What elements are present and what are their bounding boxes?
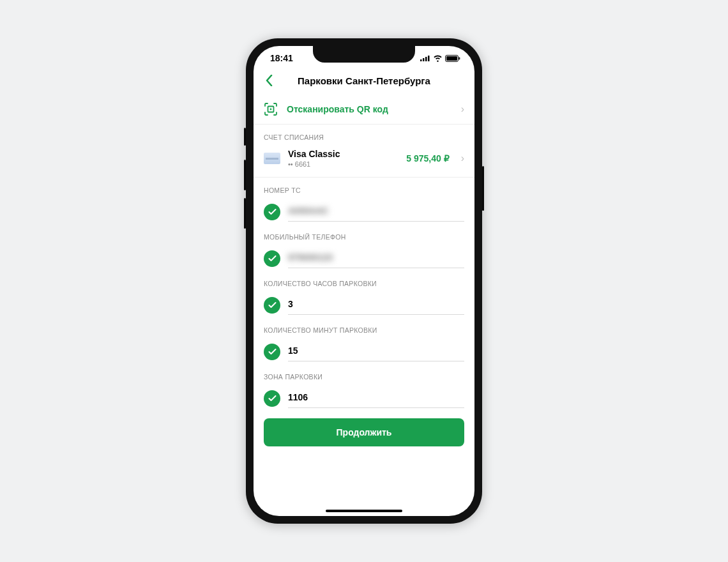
minutes-field[interactable]: 15 [254, 338, 474, 364]
chevron-right-icon: › [461, 103, 464, 115]
side-button [482, 166, 484, 211]
check-icon [264, 390, 280, 407]
hours-field[interactable]: 3 [254, 291, 474, 317]
nav-header: Парковки Санкт-Петербурга [254, 70, 474, 95]
hours-value: 3 [288, 295, 464, 315]
svg-point-8 [270, 109, 272, 110]
svg-rect-6 [459, 57, 460, 59]
vehicle-value: А000ААС [288, 202, 464, 222]
side-button [244, 128, 246, 146]
zone-value: 1106 [288, 388, 464, 408]
phone-label: МОБИЛЬНЫЙ ТЕЛЕФОН [254, 224, 474, 245]
notch [313, 46, 415, 63]
account-section-label: СЧЕТ СПИСАНИЯ [254, 125, 474, 145]
phone-field[interactable]: 979000123 [254, 245, 474, 271]
account-info: Visa Classic •• 6661 [288, 149, 398, 168]
check-icon [264, 344, 280, 360]
side-button [244, 160, 246, 190]
zone-label: ЗОНА ПАРКОВКИ [254, 364, 474, 384]
content: Отсканировать QR код › СЧЕТ СПИСАНИЯ Vis… [254, 95, 474, 516]
check-icon [264, 250, 280, 267]
scan-qr-label: Отсканировать QR код [287, 104, 448, 114]
status-indicators [420, 55, 460, 62]
account-name: Visa Classic [288, 149, 398, 159]
phone-value: 979000123 [288, 248, 464, 268]
qr-scan-icon [264, 102, 278, 116]
account-mask: •• 6661 [288, 160, 398, 168]
check-icon [264, 204, 280, 220]
page-title: Парковки Санкт-Петербурга [261, 75, 467, 86]
minutes-value: 15 [288, 342, 464, 361]
phone-frame: 18:41 Парковки Санкт-Петербурга Отсканир… [246, 38, 482, 524]
vehicle-field[interactable]: А000ААС [254, 198, 474, 224]
account-amount: 5 975,40 ₽ [406, 153, 449, 163]
wifi-icon [433, 55, 443, 62]
svg-rect-0 [420, 59, 422, 61]
battery-icon [445, 55, 460, 62]
minutes-label: КОЛИЧЕСТВО МИНУТ ПАРКОВКИ [254, 317, 474, 338]
check-icon [264, 297, 280, 314]
signal-icon [420, 55, 430, 61]
vehicle-label: НОМЕР ТС [254, 178, 474, 198]
svg-rect-1 [423, 58, 425, 61]
continue-button[interactable]: Продолжить [264, 418, 464, 446]
card-icon [264, 153, 280, 164]
hours-label: КОЛИЧЕСТВО ЧАСОВ ПАРКОВКИ [254, 271, 474, 291]
home-indicator[interactable] [326, 510, 402, 512]
svg-rect-2 [425, 57, 427, 61]
scan-qr-row[interactable]: Отсканировать QR код › [254, 95, 474, 125]
chevron-right-icon: › [461, 153, 464, 164]
account-row[interactable]: Visa Classic •• 6661 5 975,40 ₽ › [254, 145, 474, 178]
svg-rect-3 [428, 56, 430, 61]
svg-rect-5 [446, 56, 457, 61]
side-button [244, 198, 246, 229]
zone-field[interactable]: 1106 [254, 384, 474, 411]
status-time: 18:41 [270, 53, 293, 63]
screen: 18:41 Парковки Санкт-Петербурга Отсканир… [254, 46, 474, 516]
